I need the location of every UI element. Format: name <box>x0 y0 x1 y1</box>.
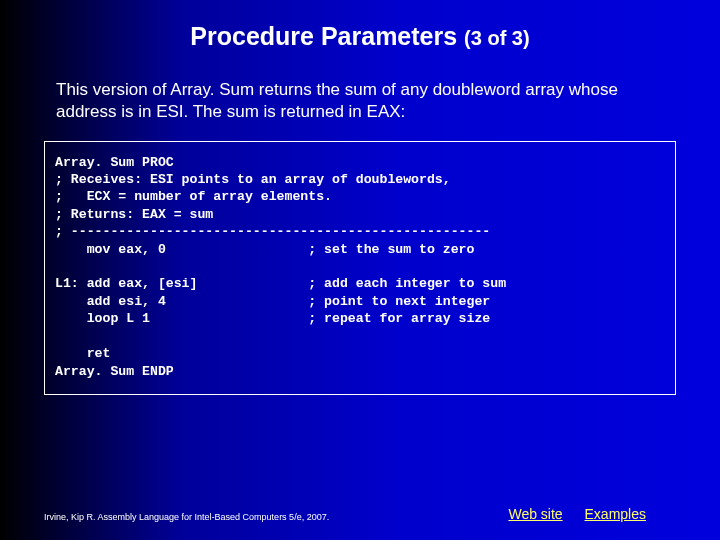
code-box: Array. Sum PROC ; Receives: ESI points t… <box>44 141 676 395</box>
title-sub: (3 of 3) <box>464 27 530 49</box>
slide-title: Procedure Parameters (3 of 3) <box>0 0 720 51</box>
web-site-link[interactable]: Web site <box>508 506 562 522</box>
code-listing: Array. Sum PROC ; Receives: ESI points t… <box>55 154 665 380</box>
footer-links: Web site Examples <box>490 506 676 522</box>
examples-link[interactable]: Examples <box>585 506 646 522</box>
credit-text: Irvine, Kip R. Assembly Language for Int… <box>44 512 329 522</box>
title-main: Procedure Parameters <box>190 22 457 50</box>
description-text: This version of Array. Sum returns the s… <box>56 79 664 123</box>
footer: Irvine, Kip R. Assembly Language for Int… <box>44 506 676 522</box>
